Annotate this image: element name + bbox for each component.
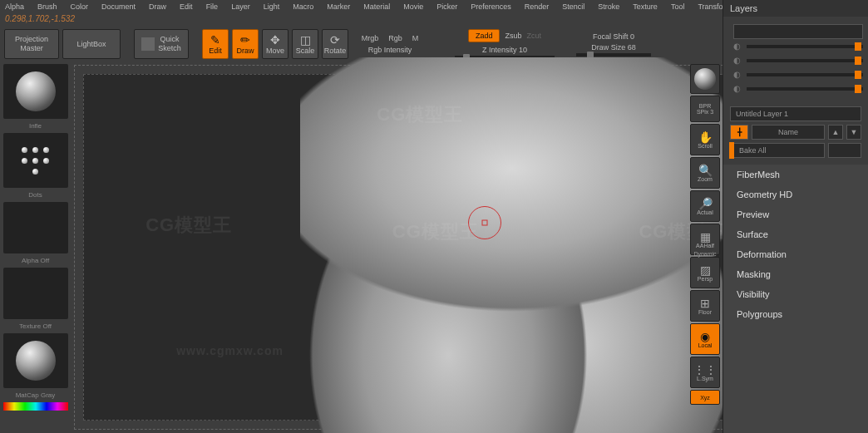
menu-preferences[interactable]: Preferences	[471, 2, 511, 11]
rotate-icon: ⟳	[330, 34, 340, 46]
rgb-button[interactable]: Rgb	[388, 34, 402, 42]
section-masking[interactable]: Masking	[723, 264, 868, 284]
hand-icon: ✋	[698, 131, 713, 143]
render-sphere-button[interactable]	[690, 64, 720, 94]
floor-button[interactable]: ⊞Floor	[690, 290, 720, 322]
layer-slider-1[interactable]	[747, 45, 863, 48]
section-surface[interactable]: Surface	[723, 224, 868, 244]
lsym-button[interactable]: ⋮⋮L.Sym	[690, 357, 720, 388]
bpr-button[interactable]: BPRSPix 3	[690, 96, 720, 122]
zoom-button[interactable]: 🔍Zoom	[690, 157, 720, 189]
tool-sections: FiberMeshGeometry HDPreviewSurfaceDeform…	[723, 165, 868, 324]
menu-brush[interactable]: Brush	[37, 2, 57, 11]
draw-button[interactable]: ✏Draw	[232, 29, 259, 59]
stroke-thumbnail[interactable]	[3, 133, 68, 188]
eye-icon[interactable]: ◐	[733, 84, 742, 93]
eye-icon[interactable]: ◐	[733, 42, 742, 51]
texture-thumbnail[interactable]	[3, 268, 68, 319]
menu-edit[interactable]: Edit	[180, 2, 193, 11]
move-icon: ✥	[270, 34, 280, 46]
alpha-label: Alpha Off	[2, 256, 68, 265]
rename-layer-button[interactable]: Name	[752, 125, 825, 140]
draw-size-label: Draw Size 68	[591, 43, 636, 52]
menu-stencil[interactable]: Stencil	[562, 2, 584, 11]
rgb-mode-group: Mrgb Rgb M Rgb Intensity	[365, 34, 415, 54]
section-deformation[interactable]: Deformation	[723, 244, 868, 264]
z-mode-group: Zadd Zsub Zcut Z Intensity 10	[455, 29, 555, 59]
bake-mode-button[interactable]	[828, 143, 861, 158]
menu-alpha[interactable]: Alpha	[5, 2, 24, 11]
menu-draw[interactable]: Draw	[149, 2, 166, 11]
rotate-button[interactable]: ⟳Rotate	[322, 29, 348, 59]
m-button[interactable]: M	[412, 34, 419, 42]
stroke-label: Dots	[2, 190, 68, 199]
actual-button[interactable]: 🔎Actual	[690, 190, 720, 222]
sculpt-model	[300, 57, 724, 433]
section-polygroups[interactable]: Polygroups	[723, 304, 868, 324]
layer-slider-2[interactable]	[747, 59, 863, 62]
color-picker-strip[interactable]	[3, 402, 68, 411]
menu-picker[interactable]: Picker	[436, 2, 457, 11]
scale-button[interactable]: ◫Scale	[292, 29, 318, 59]
focal-shift-label: Focal Shift 0	[593, 32, 634, 41]
section-fibermesh[interactable]: FiberMesh	[723, 165, 868, 185]
edit-button[interactable]: ✎Edit	[202, 29, 229, 59]
material-thumbnail[interactable]	[3, 333, 68, 388]
left-tool-panel: Infle Dots Alpha Off Texture Off MatCap …	[0, 62, 71, 433]
menu-light[interactable]: Light	[264, 2, 280, 11]
layer-down-button[interactable]: ▼	[846, 125, 861, 140]
rgb-intensity-label: Rgb Intensity	[368, 46, 412, 54]
eye-icon[interactable]: ◐	[733, 70, 742, 79]
menu-marker[interactable]: Marker	[327, 2, 350, 11]
persp-button[interactable]: Dynamic▨Persp	[690, 257, 720, 288]
floor-icon: ⊞	[700, 298, 710, 309]
size-group: Focal Shift 0 Draw Size 68	[576, 32, 651, 57]
local-button[interactable]: ◉Local	[690, 323, 720, 355]
menu-stroke[interactable]: Stroke	[598, 2, 619, 11]
zcut-button[interactable]: Zcut	[527, 32, 542, 40]
edit-icon: ✎	[210, 34, 220, 46]
lightbox-button[interactable]: LightBox	[62, 29, 121, 59]
layer-selected[interactable]: Untitled Layer 1	[730, 106, 861, 121]
menu-color[interactable]: Color	[71, 2, 89, 11]
menu-material[interactable]: Material	[363, 2, 390, 11]
menu-macro[interactable]: Macro	[293, 2, 313, 11]
layer-up-button[interactable]: ▲	[828, 125, 843, 140]
eye-icon[interactable]: ◐	[733, 56, 742, 65]
actual-icon: 🔎	[698, 198, 713, 209]
section-visibility[interactable]: Visibility	[723, 284, 868, 304]
aa-icon: ▦	[700, 231, 711, 243]
bake-all-button[interactable]: Bake All	[730, 143, 825, 158]
scale-icon: ◫	[300, 34, 311, 46]
section-geometry-hd[interactable]: Geometry HD	[723, 185, 868, 204]
local-icon: ◉	[700, 331, 710, 342]
menu-layer[interactable]: Layer	[231, 2, 250, 11]
menu-movie[interactable]: Movie	[403, 2, 423, 11]
alpha-thumbnail[interactable]	[3, 202, 68, 253]
menu-document[interactable]: Document	[101, 2, 136, 11]
quick-sketch-button[interactable]: Quick Sketch	[134, 29, 189, 59]
layer-name-input-top[interactable]	[733, 24, 863, 39]
zadd-button[interactable]: Zadd	[468, 29, 501, 42]
projection-master-button[interactable]: Projection Master	[4, 29, 59, 59]
layer-slider-4[interactable]	[747, 87, 863, 91]
viewport-buttons: BPRSPix 3 ✋Scroll 🔍Zoom 🔎Actual ▦AAHalf …	[688, 62, 723, 407]
scroll-button[interactable]: ✋Scroll	[690, 124, 720, 155]
move-button[interactable]: ✥Move	[262, 29, 289, 59]
sym-icon: ⋮⋮	[693, 364, 717, 376]
brush-thumbnail[interactable]	[3, 64, 68, 119]
section-preview[interactable]: Preview	[723, 204, 868, 224]
draw-size-slider[interactable]	[576, 53, 651, 57]
layer-slider-3[interactable]	[747, 73, 863, 76]
draw-icon: ✏	[240, 34, 250, 46]
z-intensity-label: Z Intensity 10	[482, 46, 527, 54]
mrgb-button[interactable]: Mrgb	[362, 34, 379, 42]
menu-tool[interactable]: Tool	[671, 2, 685, 11]
xyz-button[interactable]: Xyz	[690, 390, 720, 405]
menu-render[interactable]: Render	[525, 2, 550, 11]
menu-texture[interactable]: Texture	[633, 2, 658, 11]
texture-label: Texture Off	[2, 322, 68, 331]
add-layer-button[interactable]: ╋	[730, 125, 748, 140]
zsub-button[interactable]: Zsub	[505, 32, 521, 40]
menu-file[interactable]: File	[206, 2, 219, 11]
